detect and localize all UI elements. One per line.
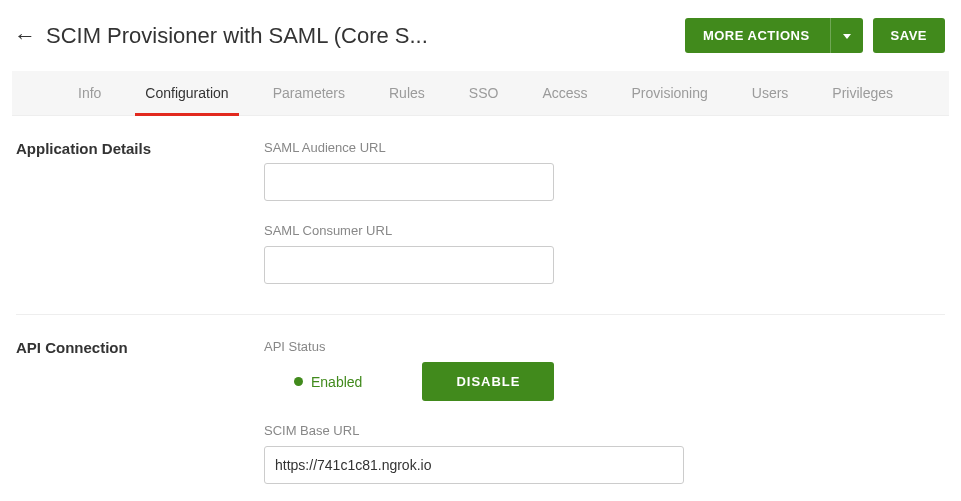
- saml-audience-input[interactable]: [264, 163, 554, 201]
- page-title: SCIM Provisioner with SAML (Core S...: [46, 23, 428, 49]
- section-body-app-details: SAML Audience URL SAML Consumer URL: [264, 140, 945, 284]
- field-scim-base-url: SCIM Base URL: [264, 423, 945, 484]
- status-dot-icon: [294, 377, 303, 386]
- api-status-row: Enabled DISABLE: [264, 362, 945, 401]
- disable-button[interactable]: DISABLE: [422, 362, 554, 401]
- back-arrow-icon[interactable]: ←: [14, 25, 36, 47]
- header-actions: MORE ACTIONS SAVE: [685, 18, 945, 53]
- tab-info[interactable]: Info: [72, 71, 107, 115]
- content-area: Application Details SAML Audience URL SA…: [0, 116, 961, 494]
- section-title-app-details: Application Details: [16, 140, 264, 284]
- tab-configuration[interactable]: Configuration: [139, 71, 234, 115]
- field-saml-consumer: SAML Consumer URL: [264, 223, 945, 284]
- tab-sso[interactable]: SSO: [463, 71, 505, 115]
- scim-base-url-input[interactable]: [264, 446, 684, 484]
- saml-audience-label: SAML Audience URL: [264, 140, 945, 155]
- tab-access[interactable]: Access: [536, 71, 593, 115]
- tab-bar: Info Configuration Parameters Rules SSO …: [12, 71, 949, 116]
- tab-parameters[interactable]: Parameters: [267, 71, 351, 115]
- api-status-label: API Status: [264, 339, 945, 354]
- more-actions-button[interactable]: MORE ACTIONS: [685, 18, 830, 53]
- scim-base-url-label: SCIM Base URL: [264, 423, 945, 438]
- saml-consumer-input[interactable]: [264, 246, 554, 284]
- more-actions-dropdown-toggle[interactable]: [830, 18, 863, 53]
- header-left: ← SCIM Provisioner with SAML (Core S...: [14, 23, 428, 49]
- more-actions-group: MORE ACTIONS: [685, 18, 863, 53]
- section-title-api-conn: API Connection: [16, 339, 264, 484]
- tab-users[interactable]: Users: [746, 71, 795, 115]
- saml-consumer-label: SAML Consumer URL: [264, 223, 945, 238]
- tab-provisioning[interactable]: Provisioning: [626, 71, 714, 115]
- chevron-down-icon: [843, 34, 851, 39]
- tab-rules[interactable]: Rules: [383, 71, 431, 115]
- status-enabled: Enabled: [294, 374, 362, 390]
- status-enabled-text: Enabled: [311, 374, 362, 390]
- save-button[interactable]: SAVE: [873, 18, 945, 53]
- section-body-api-conn: API Status Enabled DISABLE SCIM Base URL: [264, 339, 945, 484]
- field-api-status: API Status Enabled DISABLE: [264, 339, 945, 401]
- page-header: ← SCIM Provisioner with SAML (Core S... …: [0, 0, 961, 71]
- tab-privileges[interactable]: Privileges: [826, 71, 899, 115]
- field-saml-audience: SAML Audience URL: [264, 140, 945, 201]
- section-api-connection: API Connection API Status Enabled DISABL…: [16, 339, 945, 494]
- section-application-details: Application Details SAML Audience URL SA…: [16, 140, 945, 315]
